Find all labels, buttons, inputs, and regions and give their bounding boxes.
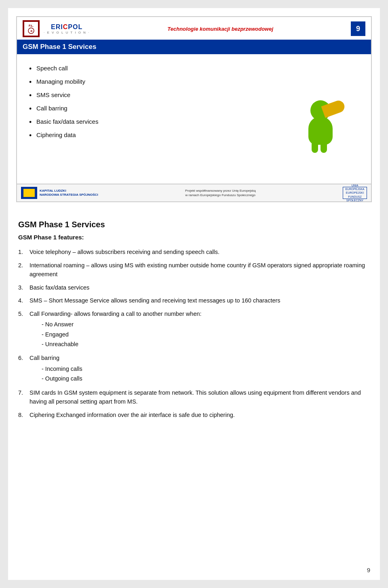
slide-bullet-item: Basic fax/data services: [29, 115, 274, 128]
sub-list: - No Answer- Engaged- Unreachable: [30, 320, 370, 349]
main-list-item: 5.Call Forwarding- allows forwarding a c…: [18, 309, 370, 350]
slide-bullet-item: Speech call: [29, 61, 274, 75]
list-item-number: 4.: [18, 296, 27, 305]
list-item-number: 7.: [18, 388, 27, 406]
sub-list: - Incoming calls- Outgoing calls: [30, 364, 370, 383]
main-subtitle: GSM Phase 1 features:: [18, 233, 370, 242]
main-list-item: 8.Ciphering Exchanged information over t…: [18, 410, 370, 419]
list-item-number: 2.: [18, 261, 27, 279]
list-item-text: SIM cards In GSM system equipment is sep…: [30, 388, 370, 406]
pul-logo: P.Ł. ⚙: [23, 20, 40, 37]
slide-bullet-list: Speech callManaging mobilitySMS serviceC…: [29, 61, 274, 180]
main-list-item: 1.Voice telephony – allows subscribers r…: [18, 247, 370, 256]
list-item-number: 8.: [18, 410, 27, 419]
sub-list-item: - Unreachable: [42, 340, 370, 349]
slide-header-center: Technologie komunikacji bezprzewodowej: [90, 25, 351, 32]
slide-logo-area: P.Ł. ⚙ ERICPOL · E V O L U T I O N ·: [23, 20, 90, 37]
slide-course-title: Technologie komunikacji bezprzewodowej: [167, 26, 273, 32]
list-item-text: Basic fax/data services: [30, 283, 370, 292]
slide-bullets: Speech callManaging mobilitySMS serviceC…: [29, 61, 274, 142]
sub-list-item: - Engaged: [42, 330, 370, 339]
slide-bullet-item: Call barring: [29, 102, 274, 115]
list-item-text: SMS – Short Message Service allows sendi…: [30, 296, 370, 305]
list-item-number: 3.: [18, 283, 27, 292]
main-content: GSM Phase 1 Services GSM Phase 1 feature…: [8, 210, 380, 431]
mascot-body: [308, 116, 333, 145]
main-list-item: 3.Basic fax/data services: [18, 283, 370, 292]
page-number-bottom: 9: [367, 567, 370, 573]
footer-kapital-text: KAPITAŁ LUDZKI NARODOWA STRATEGIA SPÓJNO…: [40, 189, 98, 197]
ericpol-text: ERICPOL: [51, 23, 82, 31]
sub-list-item: - No Answer: [42, 320, 370, 329]
list-item-number: 6.: [18, 353, 27, 384]
footer-logo-box: [21, 187, 37, 199]
slide-bullet-item: SMS service: [29, 88, 274, 102]
main-list: 1.Voice telephony – allows subscribers r…: [18, 247, 370, 419]
main-list-item: 6.Call barring- Incoming calls- Outgoing…: [18, 353, 370, 384]
slide-content: Speech callManaging mobilitySMS serviceC…: [17, 54, 371, 184]
footer-eu-logo: UNIA EUROPEJSKAEUROPEJSKIFUNDUSZ SPOŁECZ…: [343, 187, 367, 199]
slide-image-area: [282, 61, 363, 180]
main-list-item: 7.SIM cards In GSM system equipment is s…: [18, 388, 370, 406]
list-item-number: 1.: [18, 247, 27, 256]
page-container: P.Ł. ⚙ ERICPOL · E V O L U T I O N · Tec…: [8, 8, 380, 580]
slide-page-number: 9: [351, 21, 365, 36]
slide-bullet-item: Ciphering data: [29, 128, 274, 142]
footer-kapital-logo: KAPITAŁ LUDZKI NARODOWA STRATEGIA SPÓJNO…: [21, 187, 98, 199]
slide-bullet-item: Managing mobility: [29, 75, 274, 88]
list-item-text: Voice telephony – allows subscribers rec…: [30, 247, 370, 256]
main-list-item: 4.SMS – Short Message Service allows sen…: [18, 296, 370, 305]
list-item-text: Call Forwarding- allows forwarding a cal…: [30, 309, 370, 350]
slide-wrapper: P.Ł. ⚙ ERICPOL · E V O L U T I O N · Tec…: [16, 16, 372, 202]
footer-logo-box-inner: [23, 189, 35, 197]
ericpol-sub: · E V O L U T I O N ·: [44, 31, 90, 34]
svg-text:P.Ł.: P.Ł.: [29, 24, 34, 27]
slide-header: P.Ł. ⚙ ERICPOL · E V O L U T I O N · Tec…: [17, 17, 371, 40]
main-list-item: 2.International roaming – allows using M…: [18, 261, 370, 279]
main-title: GSM Phase 1 Services: [18, 218, 370, 231]
slide-footer: KAPITAŁ LUDZKI NARODOWA STRATEGIA SPÓJNO…: [17, 184, 371, 201]
footer-projekt-text: Projekt współfinansowany przez Unię Euro…: [103, 188, 338, 197]
list-item-text: Ciphering Exchanged information over the…: [30, 410, 370, 419]
sub-list-item: - Outgoing calls: [42, 374, 370, 383]
ericpol-logo: ERICPOL · E V O L U T I O N ·: [44, 23, 90, 34]
list-item-number: 5.: [18, 309, 27, 350]
mascot-image: [300, 88, 345, 153]
slide-title-bar: GSM Phase 1 Services: [17, 40, 371, 54]
sub-list-item: - Incoming calls: [42, 364, 370, 373]
list-item-text: Call barring- Incoming calls- Outgoing c…: [30, 353, 370, 384]
list-item-text: International roaming – allows using MS …: [30, 261, 370, 279]
svg-text:⚙: ⚙: [30, 30, 33, 32]
